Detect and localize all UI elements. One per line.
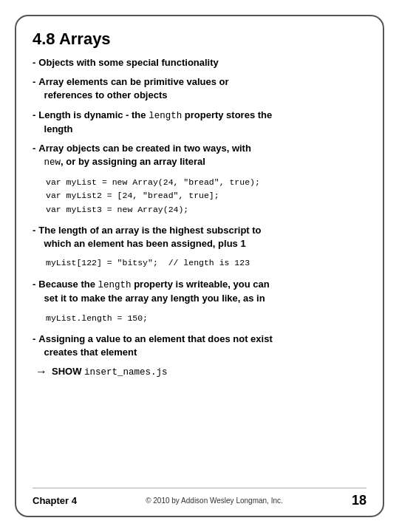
footer-chapter: Chapter 4 bbox=[33, 495, 77, 506]
bullet-6: - Because the length property is writeab… bbox=[33, 278, 366, 306]
slide-title: 4.8 Arrays bbox=[33, 30, 366, 49]
code-length-2: length bbox=[98, 280, 132, 290]
bullet-dash-4: - bbox=[33, 142, 35, 155]
arrow-label: SHOW insert_names.js bbox=[52, 366, 168, 378]
bullet-text-5: The length of an array is the highest su… bbox=[38, 224, 261, 250]
bullet-7: - Assigning a value to an element that d… bbox=[33, 332, 366, 359]
code-block-2: myList[122] = "bitsy"; // length is 123 bbox=[46, 256, 366, 270]
arrow-show-line: → SHOW insert_names.js bbox=[35, 365, 366, 378]
bullet-dash-1: - bbox=[33, 56, 35, 69]
bullet-5: - The length of an array is the highest … bbox=[33, 224, 366, 250]
show-filename: insert_names.js bbox=[84, 367, 168, 378]
footer-page: 18 bbox=[352, 493, 366, 508]
bullet-1: - Objects with some special functionalit… bbox=[33, 56, 366, 69]
bullet-3: - Length is dynamic - the length propert… bbox=[33, 109, 366, 137]
code-new: new bbox=[44, 157, 61, 168]
bullet-text-2: Array elements can be primitive values o… bbox=[38, 75, 228, 102]
code-block-3: myList.length = 150; bbox=[46, 312, 366, 325]
slide-footer: Chapter 4 © 2010 by Addison Wesley Longm… bbox=[33, 488, 366, 508]
arrow-icon: → bbox=[35, 365, 47, 378]
bullet-dash-5: - bbox=[33, 224, 35, 237]
code-block-1: var myList = new Array(24, "bread", true… bbox=[46, 176, 366, 216]
bullet-2: - Array elements can be primitive values… bbox=[33, 75, 366, 102]
bullet-dash-3: - bbox=[33, 109, 35, 122]
footer-copyright: © 2010 by Addison Wesley Longman, Inc. bbox=[146, 497, 283, 505]
code-length-1: length bbox=[149, 111, 182, 121]
bullet-dash-7: - bbox=[33, 332, 35, 346]
slide-container: 4.8 Arrays - Objects with some special f… bbox=[15, 15, 384, 517]
bullet-text-1: Objects with some special functionality bbox=[38, 56, 218, 69]
bullet-text-7: Assigning a value to an element that doe… bbox=[38, 332, 272, 359]
bullet-4: - Array objects can be created in two wa… bbox=[33, 142, 366, 170]
bullet-dash-6: - bbox=[33, 278, 35, 291]
bullet-text-6: Because the length property is writeable… bbox=[38, 278, 269, 306]
bullet-text-4: Array objects can be created in two ways… bbox=[38, 142, 251, 170]
slide-body: - Objects with some special functionalit… bbox=[33, 56, 366, 483]
bullet-dash-2: - bbox=[33, 75, 35, 89]
bullet-text-3: Length is dynamic - the length property … bbox=[38, 109, 272, 137]
